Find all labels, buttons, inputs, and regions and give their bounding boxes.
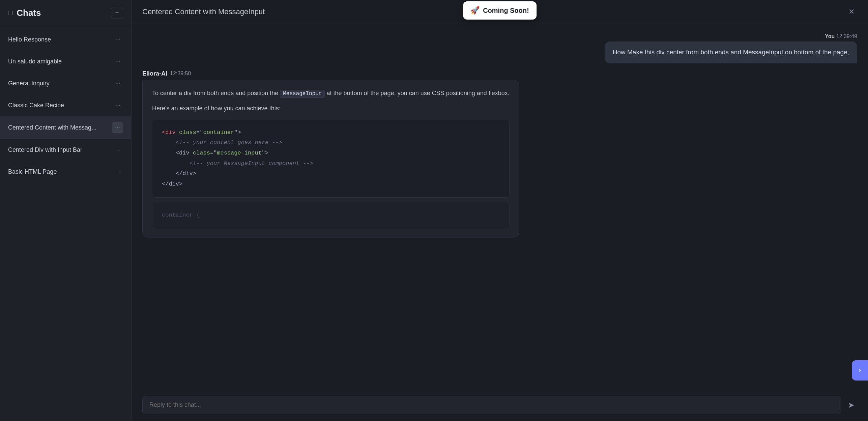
sidebar-item-menu-general-inquiry[interactable]: ··· (113, 79, 123, 88)
code-block: <div class="container"> <!-- your conten… (152, 119, 510, 198)
chat-icon: □ (8, 8, 12, 17)
tooltip-label: Coming Soon! (483, 7, 529, 15)
sidebar-item-centered-content[interactable]: Centered Content with Messag...··· (0, 116, 131, 139)
sidebar-item-hello-response[interactable]: Hello Response··· (0, 29, 131, 51)
ai-meta: Eliora-AI 12:39:50 (142, 70, 191, 77)
code-block-2: container { (152, 202, 510, 229)
sidebar-item-menu-centered-content[interactable]: ··· (112, 122, 123, 133)
ai-sender: Eliora-AI (142, 70, 167, 77)
user-bubble: How Make this div center from both ends … (605, 41, 857, 63)
sidebar-item-menu-centered-div[interactable]: ··· (113, 145, 123, 155)
sidebar: □ Chats + Hello Response···Un saludo ami… (0, 0, 132, 421)
sidebar-item-menu-un-saludo[interactable]: ··· (113, 57, 123, 66)
scroll-button[interactable]: › (852, 360, 868, 381)
user-timestamp: 12:39:49 (836, 33, 857, 39)
sidebar-item-label-centered-div: Centered Div with Input Bar (8, 146, 82, 153)
user-sender: You (825, 33, 835, 39)
code-fade-line: container { (162, 210, 500, 221)
code-line-1: <div class="container"> (162, 128, 500, 138)
sidebar-item-menu-classic-cake[interactable]: ··· (113, 101, 123, 110)
code-line-3: <div class="message-input"> (162, 148, 500, 159)
ai-message-wrapper: Eliora-AI 12:39:50 To center a div from … (142, 70, 857, 238)
send-icon: ➤ (848, 400, 855, 410)
sidebar-item-classic-cake[interactable]: Classic Cake Recipe··· (0, 94, 131, 116)
input-bar: ➤ (132, 390, 868, 421)
code-line-6: </div> (162, 179, 500, 190)
chat-area: You 12:39:49 How Make this div center fr… (132, 24, 868, 390)
send-button[interactable]: ➤ (845, 398, 857, 413)
new-chat-button[interactable]: + (111, 7, 123, 19)
sidebar-item-un-saludo[interactable]: Un saludo amigable··· (0, 51, 131, 73)
user-meta: You 12:39:49 (825, 33, 857, 39)
ai-intro3: Here's an example of how you can achieve… (152, 104, 510, 114)
sidebar-item-label-basic-html: Basic HTML Page (8, 168, 57, 175)
scroll-icon: › (859, 366, 861, 375)
sidebar-item-label-hello-response: Hello Response (8, 36, 51, 43)
sidebar-item-general-inquiry[interactable]: General Inquiry··· (0, 73, 131, 94)
sidebar-item-menu-hello-response[interactable]: ··· (113, 35, 123, 45)
rocket-icon: 🚀 (470, 6, 480, 15)
ai-intro: To center a div from both ends and posit… (152, 88, 510, 99)
main-title: Centered Content with MessageInput (142, 7, 265, 16)
sidebar-title-group: □ Chats (8, 8, 41, 18)
sidebar-item-menu-basic-html[interactable]: ··· (113, 167, 123, 177)
sidebar-title: Chats (17, 8, 41, 18)
sidebar-header: □ Chats + (0, 0, 131, 26)
sidebar-item-label-un-saludo: Un saludo amigable (8, 58, 62, 65)
sidebar-item-centered-div[interactable]: Centered Div with Input Bar··· (0, 139, 131, 161)
sidebar-item-label-general-inquiry: General Inquiry (8, 80, 50, 87)
sidebar-list: Hello Response···Un saludo amigable···Ge… (0, 26, 131, 421)
ai-intro1: To center a div from both ends and posit… (152, 90, 278, 96)
ai-bubble: To center a div from both ends and posit… (142, 80, 519, 238)
code-line-4: <!-- your MessageInput component --> (162, 159, 500, 169)
code-line-2: <!-- your content goes here --> (162, 138, 500, 148)
sidebar-item-label-classic-cake: Classic Cake Recipe (8, 102, 64, 109)
close-button[interactable]: ✕ (846, 6, 857, 18)
user-message-wrapper: You 12:39:49 How Make this div center fr… (142, 33, 857, 63)
message-input[interactable] (142, 396, 841, 414)
code-line-5: </div> (162, 169, 500, 179)
ai-inline-code: MessageInput (280, 90, 325, 98)
sidebar-item-label-centered-content: Centered Content with Messag... (8, 124, 96, 131)
user-text: How Make this div center from both ends … (613, 49, 849, 56)
coming-soon-tooltip: 🚀 Coming Soon! (463, 1, 537, 20)
main-panel: 🚀 Coming Soon! Centered Content with Mes… (132, 0, 868, 421)
ai-intro2: at the bottom of the page, you can use C… (326, 90, 509, 96)
sidebar-item-basic-html[interactable]: Basic HTML Page··· (0, 161, 131, 183)
ai-timestamp: 12:39:50 (170, 71, 191, 77)
